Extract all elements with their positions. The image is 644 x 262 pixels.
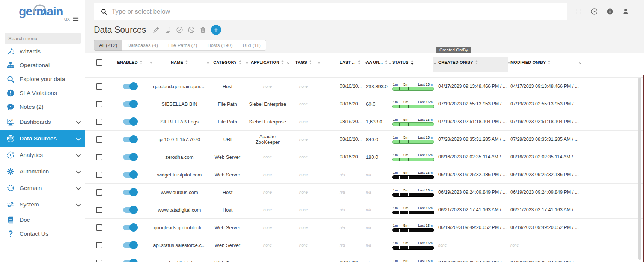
edit-pencil-button[interactable] [153,26,160,33]
copy-button[interactable] [164,26,172,33]
row-checkbox[interactable] [96,83,102,90]
column-header-status[interactable]: STATUS [390,53,435,72]
sidebar-item-analytics[interactable]: Analytics [0,147,85,163]
sidebar-item-notes-2[interactable]: Notes (2) [0,100,85,114]
table-row[interactable]: api.status.salesforce.c...Web Servernone… [85,236,644,254]
table-row[interactable]: ...cloud.lightni...Web Servernonenone08/… [85,254,644,262]
fullscreen-icon[interactable] [575,8,582,15]
sidebar-item-operational[interactable]: Operational [0,58,85,72]
global-search[interactable] [94,3,567,20]
sidebar-item-contact-us[interactable]: Contact Us [0,227,85,241]
table-row[interactable]: widget.trustpilot.comWeb Servernonenonen… [85,166,644,183]
enabled-toggle[interactable] [123,190,137,195]
table-row[interactable]: googleads.g.doublecli...Web Servernoneno… [85,218,644,236]
column-resize-handle[interactable] [245,59,248,66]
sidebar-item-sla-violations[interactable]: SLA Violations [0,86,85,100]
sidebar-item-automation[interactable]: Automation [0,163,85,180]
row-checkbox[interactable] [96,136,102,143]
column-resize-handle[interactable] [364,59,367,66]
column-header-application[interactable]: APPLICATION [247,53,288,72]
table-row[interactable]: SIEBELLAB LogsFile PathSiebel Enterprise… [85,113,644,130]
column-resize-handle[interactable] [206,59,209,66]
hamburger-menu-icon[interactable] [72,15,80,23]
sort-icon[interactable] [411,60,414,65]
sidebar-item-dashboards[interactable]: Dashboards [0,114,85,130]
sort-icon[interactable] [281,60,284,65]
enabled-toggle[interactable] [123,84,137,89]
sort-icon[interactable] [185,60,188,65]
row-checkbox[interactable] [96,189,102,196]
column-resize-handle[interactable] [149,59,152,66]
sort-icon[interactable] [239,60,242,65]
row-checkbox[interactable] [96,207,102,213]
row-checkbox[interactable] [96,224,102,231]
enabled-toggle[interactable] [123,225,137,230]
column-header-name[interactable]: NAME [151,53,208,72]
delete-trash-button[interactable] [199,26,206,33]
sort-icon[interactable] [358,60,361,65]
column-header-created-on-by[interactable]: CREATED ON/BYCreated On/By [435,53,509,72]
tab-databases[interactable]: Databases (4) [122,40,163,51]
sidebar-item-explore-your-data[interactable]: Explore your data [0,72,85,86]
table-row[interactable]: ip-10-0-1-157:7070URIApache ZooKeepernon… [85,130,644,148]
enabled-toggle[interactable] [123,119,137,125]
cell-aa-units: 1,638.0 [366,113,390,130]
disable-ban-button[interactable] [188,26,195,33]
column-resize-handle[interactable] [578,59,582,66]
sort-icon[interactable] [385,60,388,65]
sidebar-item-doc[interactable]: Doc [0,213,85,227]
sidebar-item-system[interactable]: System [0,196,85,213]
column-resize-handle[interactable] [317,59,320,66]
sort-icon[interactable] [475,60,478,65]
column-header-last[interactable]: LAST ... [319,53,366,72]
table-row[interactable]: www.tatadigital.comHostnonenonen/an/a1m5… [85,201,644,218]
table-scrollbar[interactable] [638,78,641,260]
table-row[interactable]: zerodha.comWeb Servernonenone08/16/20...… [85,148,644,166]
tab-all[interactable]: All (212) [94,40,122,51]
cell-status: 1m5mLast 15m [390,78,435,95]
user-icon[interactable] [622,8,629,15]
tab-file-paths[interactable]: File Paths (7) [163,40,202,51]
enabled-toggle[interactable] [123,137,137,142]
enabled-toggle[interactable] [123,101,137,107]
sort-icon[interactable] [140,60,143,65]
table-row[interactable]: SIEBELLAB BINFile PathSiebel Enterprisen… [85,95,644,113]
select-all-checkbox[interactable] [96,59,102,66]
approve-check-button[interactable] [176,26,183,33]
row-checkbox[interactable] [96,154,102,160]
cell-text: 04/26/2023 08:05:34.861 PM / ... [438,260,507,262]
sidebar-item-wizards[interactable]: Wizards [0,44,85,58]
global-search-input[interactable] [112,8,567,15]
run-play-icon[interactable] [591,8,598,15]
column-header-enabled[interactable]: ENABLED [109,53,151,72]
sidebar-item-data-sources[interactable]: Data Sources [0,130,85,147]
column-header-modified-on-by[interactable]: MODIFIED ON/BY [509,53,580,72]
column-resize-handle[interactable] [433,59,437,66]
add-button[interactable] [211,25,221,35]
info-icon[interactable] [606,8,614,15]
sort-icon[interactable] [309,60,312,65]
table-row[interactable]: www.ourbus.comHostnonenonen/an/a1m5mLast… [85,183,644,201]
row-checkbox[interactable] [96,101,102,107]
row-checkbox[interactable] [96,260,102,262]
column-resize-handle[interactable] [286,59,290,66]
column-header-tags[interactable]: TAGS [288,53,319,72]
row-checkbox[interactable] [96,242,102,248]
enabled-toggle[interactable] [123,207,137,213]
enabled-toggle[interactable] [123,154,137,160]
enabled-toggle[interactable] [123,260,137,262]
column-header-aa-un[interactable]: AA UN... [366,53,390,72]
sidebar-item-germain[interactable]: Germain [0,180,85,196]
sidebar-search-input[interactable] [5,33,81,44]
enabled-toggle[interactable] [123,172,137,178]
column-resize-handle[interactable] [388,59,392,66]
row-checkbox[interactable] [96,172,102,178]
sort-icon[interactable] [548,60,551,65]
tab-uri[interactable]: URI (11) [238,40,266,51]
enabled-toggle[interactable] [123,242,137,248]
row-checkbox[interactable] [96,119,102,125]
tab-hosts[interactable]: Hosts (190) [202,40,238,51]
table-row[interactable]: qa.cloud.germainapm....Hostnonenone08/16… [85,77,644,95]
column-header-category[interactable]: CATEGORY [208,53,247,72]
column-resize-handle[interactable] [507,59,510,66]
